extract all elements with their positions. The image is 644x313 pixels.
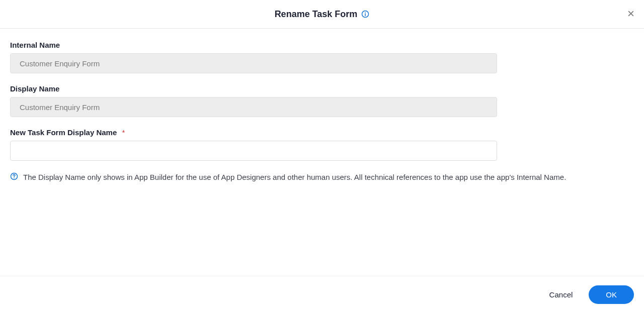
help-icon bbox=[10, 172, 18, 180]
new-display-name-label-text: New Task Form Display Name bbox=[10, 128, 117, 137]
new-display-name-label: New Task Form Display Name * bbox=[10, 128, 634, 137]
display-name-label: Display Name bbox=[10, 84, 634, 93]
required-indicator: * bbox=[122, 128, 125, 137]
close-icon bbox=[627, 10, 634, 19]
help-text: The Display Name only shows in App Build… bbox=[23, 172, 566, 182]
display-name-group: Display Name bbox=[10, 84, 634, 117]
svg-point-2 bbox=[365, 12, 366, 13]
dialog-title: Rename Task Form bbox=[275, 9, 358, 20]
ok-button[interactable]: OK bbox=[589, 285, 634, 304]
dialog-footer: Cancel OK bbox=[0, 276, 644, 313]
internal-name-field bbox=[10, 53, 497, 73]
cancel-button[interactable]: Cancel bbox=[547, 286, 575, 303]
display-name-field bbox=[10, 97, 497, 117]
dialog-header: Rename Task Form bbox=[0, 0, 644, 29]
new-display-name-field[interactable] bbox=[10, 141, 497, 161]
svg-point-6 bbox=[14, 177, 15, 178]
help-row: The Display Name only shows in App Build… bbox=[10, 172, 634, 182]
new-display-name-group: New Task Form Display Name * bbox=[10, 128, 634, 161]
internal-name-group: Internal Name bbox=[10, 41, 634, 73]
internal-name-label: Internal Name bbox=[10, 41, 634, 49]
info-icon[interactable] bbox=[361, 10, 369, 18]
close-button[interactable] bbox=[625, 8, 637, 20]
dialog-body: Internal Name Display Name New Task Form… bbox=[0, 29, 644, 182]
dialog-title-wrap: Rename Task Form bbox=[275, 9, 370, 20]
